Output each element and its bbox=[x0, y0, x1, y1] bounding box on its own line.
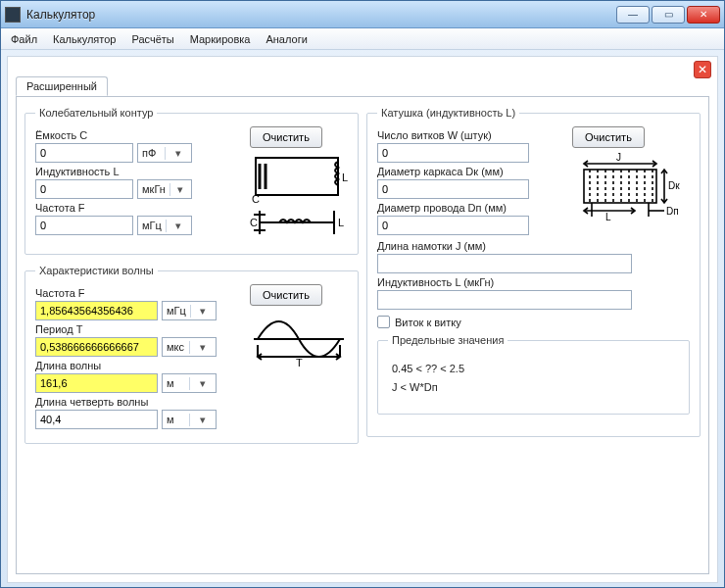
input-coil-j[interactable] bbox=[377, 254, 632, 273]
svg-text:Dп: Dп bbox=[666, 206, 679, 217]
svg-text:L: L bbox=[342, 172, 348, 183]
checkbox-turn-to-turn[interactable]: Виток к витку bbox=[377, 316, 461, 328]
group-limits: Предельные значения 0.45 < ?? < 2.5 J < … bbox=[377, 334, 690, 415]
combo-wave-frequency-unit[interactable]: мГц▾ bbox=[162, 301, 217, 320]
button-lc-clear[interactable]: Очистить bbox=[250, 126, 322, 148]
label-coil-dp: Диаметр провода Dп (мм) bbox=[377, 202, 564, 214]
group-wave: Характеристики волны Частота F мГц▾ bbox=[24, 265, 359, 444]
svg-text:C: C bbox=[252, 193, 260, 205]
maximize-button[interactable]: ▭ bbox=[652, 6, 685, 24]
input-wave-length[interactable] bbox=[35, 373, 158, 393]
combo-frequency-unit[interactable]: мГц▾ bbox=[137, 216, 192, 235]
legend-lc: Колебательный контур bbox=[35, 107, 157, 119]
label-wave-period: Период T bbox=[35, 323, 242, 335]
combo-inductance-unit[interactable]: мкГн▾ bbox=[137, 179, 192, 199]
label-wave-quarter: Длина четверть волны bbox=[35, 396, 242, 408]
legend-coil: Катушка (индуктивность L) bbox=[377, 107, 519, 119]
label-frequency: Частота F bbox=[35, 202, 242, 214]
group-coil: Катушка (индуктивность L) Число витков W… bbox=[366, 107, 701, 437]
combo-capacitance-unit[interactable]: пФ▾ bbox=[137, 143, 192, 163]
wave-icon: T bbox=[250, 310, 348, 368]
input-coil-dk[interactable] bbox=[377, 179, 529, 199]
svg-text:J: J bbox=[616, 152, 621, 163]
input-wave-frequency[interactable] bbox=[35, 301, 158, 320]
combo-wave-period-unit[interactable]: мкс▾ bbox=[162, 337, 217, 357]
svg-text:L: L bbox=[338, 217, 344, 228]
label-wave-frequency: Частота F bbox=[35, 287, 242, 299]
menu-calculator[interactable]: Калькулятор bbox=[53, 33, 116, 45]
label-inductance: Индуктивность L bbox=[35, 166, 242, 177]
svg-text:C: C bbox=[250, 217, 258, 228]
input-coil-turns[interactable] bbox=[377, 143, 529, 163]
limit-line-2: J < W*Dп bbox=[392, 378, 675, 397]
label-capacitance: Ёмкость C bbox=[35, 129, 242, 141]
checkbox-box-icon bbox=[377, 316, 390, 328]
window-title: Калькулятор bbox=[26, 8, 616, 22]
input-wave-period[interactable] bbox=[35, 337, 158, 357]
app-window: Калькулятор — ▭ ✕ Файл Калькулятор Расчё… bbox=[0, 0, 725, 588]
input-coil-dp[interactable] bbox=[377, 216, 529, 235]
tab-pane: Колебательный контур Ёмкость C пФ▾ bbox=[16, 96, 709, 574]
svg-text:T: T bbox=[296, 357, 303, 368]
button-coil-clear[interactable]: Очистить bbox=[572, 126, 645, 148]
input-wave-quarter[interactable] bbox=[35, 410, 158, 429]
menu-marking[interactable]: Маркировка bbox=[190, 33, 251, 45]
input-capacitance[interactable] bbox=[35, 143, 133, 163]
menu-calculations[interactable]: Расчёты bbox=[131, 33, 173, 45]
titlebar: Калькулятор — ▭ ✕ bbox=[1, 1, 724, 28]
svg-text:L: L bbox=[605, 212, 611, 222]
input-coil-l[interactable] bbox=[377, 290, 632, 310]
svg-rect-0 bbox=[256, 158, 338, 195]
minimize-button[interactable]: — bbox=[616, 6, 650, 24]
input-frequency[interactable] bbox=[35, 216, 133, 235]
label-wave-length: Длина волны bbox=[35, 360, 242, 371]
lc-circuit-icon: C L C bbox=[250, 152, 348, 242]
app-icon bbox=[5, 7, 21, 23]
legend-wave: Характеристики волны bbox=[35, 265, 158, 276]
tab-advanced[interactable]: Расширенный bbox=[16, 76, 108, 96]
svg-rect-18 bbox=[584, 170, 656, 203]
limit-line-1: 0.45 < ?? < 2.5 bbox=[392, 360, 675, 378]
label-coil-dk: Диаметр каркаса Dк (мм) bbox=[377, 166, 564, 177]
label-coil-l: Индуктивность L (мкГн) bbox=[377, 276, 690, 288]
svg-text:Dк: Dк bbox=[668, 180, 680, 191]
input-inductance[interactable] bbox=[35, 179, 133, 199]
menu-analogs[interactable]: Аналоги bbox=[266, 33, 307, 45]
menubar: Файл Калькулятор Расчёты Маркировка Анал… bbox=[1, 28, 724, 50]
legend-limits: Предельные значения bbox=[388, 334, 508, 346]
menu-file[interactable]: Файл bbox=[11, 33, 37, 45]
combo-wave-length-unit[interactable]: м▾ bbox=[162, 373, 217, 393]
close-button[interactable]: ✕ bbox=[687, 6, 720, 24]
label-coil-j: Длина намотки J (мм) bbox=[377, 240, 690, 252]
inner-close-button[interactable]: ✕ bbox=[694, 61, 711, 78]
client-area: ✕ Расширенный Колебательный контур Ёмкос… bbox=[7, 56, 718, 583]
coil-icon: J Dк L Dп bbox=[572, 152, 690, 226]
checkbox-label: Виток к витку bbox=[395, 317, 461, 328]
button-wave-clear[interactable]: Очистить bbox=[250, 284, 322, 306]
group-lc-circuit: Колебательный контур Ёмкость C пФ▾ bbox=[24, 107, 359, 255]
combo-wave-quarter-unit[interactable]: м▾ bbox=[162, 410, 217, 429]
label-coil-turns: Число витков W (штук) bbox=[377, 129, 564, 141]
